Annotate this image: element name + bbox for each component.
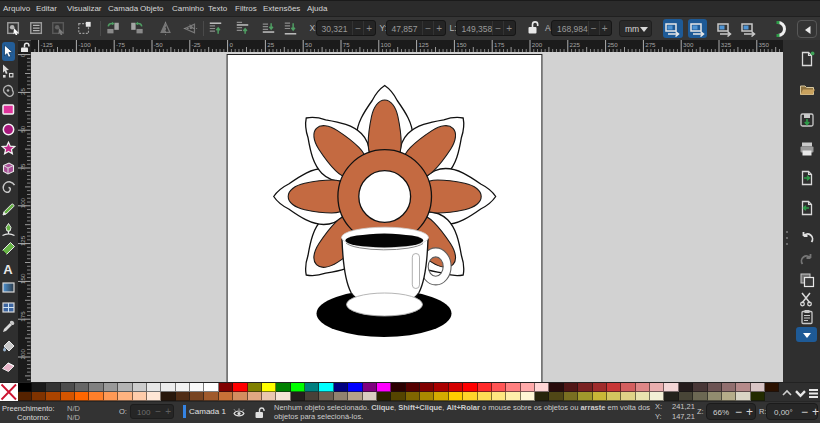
svg-text:25: 25 — [19, 87, 26, 94]
svg-text:350: 350 — [758, 41, 769, 48]
svg-text:75: 75 — [342, 41, 349, 48]
svg-text:0: 0 — [229, 41, 233, 48]
svg-text:225: 225 — [569, 41, 580, 48]
svg-text:50: 50 — [305, 41, 312, 48]
svg-text:100: 100 — [19, 197, 26, 208]
svg-text:-75: -75 — [116, 41, 126, 48]
svg-text:50: 50 — [19, 125, 26, 132]
svg-text:100: 100 — [380, 41, 391, 48]
svg-text:275: 275 — [645, 41, 656, 48]
svg-text:0: 0 — [19, 53, 26, 57]
svg-text:-125: -125 — [40, 41, 53, 48]
svg-text:200: 200 — [531, 41, 542, 48]
svg-text:175: 175 — [19, 311, 26, 322]
svg-text:-25: -25 — [191, 41, 201, 48]
svg-text:200: 200 — [19, 349, 26, 360]
svg-text:-50: -50 — [153, 41, 163, 48]
svg-text:150: 150 — [456, 41, 467, 48]
svg-text:A: A — [3, 261, 13, 276]
svg-text:25: 25 — [267, 41, 274, 48]
svg-text:325: 325 — [720, 41, 731, 48]
svg-text:-100: -100 — [78, 41, 91, 48]
svg-text:125: 125 — [418, 41, 429, 48]
svg-text:75: 75 — [19, 163, 26, 170]
svg-text:150: 150 — [19, 273, 26, 284]
svg-text:125: 125 — [19, 235, 26, 246]
svg-text:300: 300 — [683, 41, 694, 48]
svg-text:175: 175 — [494, 41, 505, 48]
svg-text:250: 250 — [607, 41, 618, 48]
